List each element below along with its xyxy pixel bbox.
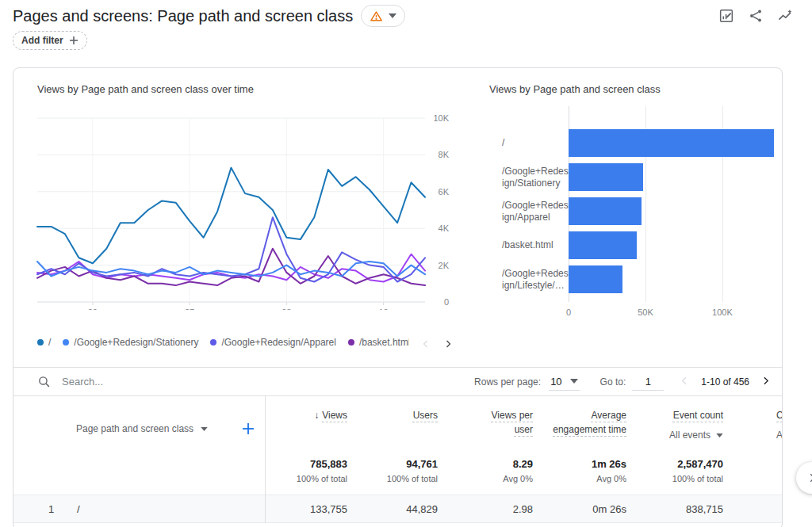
chevron-down-icon bbox=[716, 433, 723, 437]
row-rank: 1 bbox=[48, 503, 77, 515]
bar-track bbox=[569, 228, 783, 262]
bar-chart-title: Views by Page path and screen class bbox=[489, 83, 661, 95]
table-totals-row: 785,883100% of total94,761100% of total8… bbox=[13, 451, 782, 495]
column-filter-label: All events bbox=[669, 428, 710, 442]
table-row[interactable]: 1/133,75544,8292.980m 26s838,715 bbox=[13, 495, 782, 523]
bar-row: /basket.html bbox=[502, 228, 783, 262]
pagination-range: 1-10 of 456 bbox=[701, 376, 749, 388]
chevron-right-icon bbox=[806, 472, 812, 483]
dimension-column-header[interactable]: Page path and screen class bbox=[13, 396, 265, 451]
totals-value: 2,587,470 bbox=[626, 458, 723, 470]
legend-item[interactable]: /basket.html bbox=[348, 337, 409, 348]
bar[interactable] bbox=[569, 231, 637, 259]
page-title: Pages and screens: Page path and screen … bbox=[13, 5, 353, 27]
sort-desc-icon: ↓ bbox=[314, 410, 319, 421]
add-filter-button[interactable]: Add filter bbox=[13, 31, 87, 50]
totals-value: 785,883 bbox=[265, 458, 347, 470]
totals-subtext: 100% of total bbox=[626, 474, 723, 483]
line-chart-legend-items: //Google+Redesign/Stationery/Google+Rede… bbox=[37, 337, 409, 348]
column-header-label: C bbox=[776, 410, 783, 421]
bar[interactable] bbox=[569, 197, 642, 225]
legend-label: /basket.html bbox=[359, 337, 409, 348]
dimension-header-label: Page path and screen class bbox=[76, 423, 193, 434]
bar-row: /Google+Redesign/Lifestyle/… bbox=[502, 262, 783, 296]
column-header-label: Average engagement time bbox=[553, 410, 626, 435]
rows-per-page-value: 10 bbox=[550, 376, 561, 388]
legend-prev-icon bbox=[421, 338, 431, 347]
bar-track bbox=[569, 262, 783, 296]
bar[interactable] bbox=[569, 129, 774, 157]
line-chart-title: Views by Page path and screen class over… bbox=[37, 83, 254, 95]
row-metric-cell: 2.98 bbox=[438, 503, 533, 515]
totals-subtext: 100% of total bbox=[265, 474, 347, 483]
share-icon[interactable] bbox=[748, 8, 764, 24]
search-input[interactable] bbox=[60, 375, 365, 388]
legend-dot bbox=[348, 339, 354, 346]
bar-category-label: / bbox=[502, 137, 569, 149]
column-header[interactable]: ↓Views bbox=[265, 396, 347, 451]
legend-item[interactable]: / bbox=[37, 337, 51, 348]
prev-page-icon bbox=[680, 376, 690, 388]
column-header[interactable]: Users bbox=[347, 396, 438, 451]
data-quality-pill[interactable] bbox=[361, 5, 405, 27]
bar-category-label: /Google+Redesign/Stationery bbox=[502, 166, 569, 189]
add-column-button[interactable] bbox=[241, 422, 255, 436]
totals-cell: 94,761100% of total bbox=[347, 451, 438, 495]
edit-report-icon[interactable] bbox=[718, 8, 734, 24]
rows-per-page-label: Rows per page: bbox=[474, 376, 541, 388]
svg-text:27: 27 bbox=[185, 307, 194, 310]
bar-row: /Google+Redesign/Apparel bbox=[502, 194, 783, 228]
header-actions bbox=[718, 8, 799, 24]
legend-next-icon[interactable] bbox=[443, 338, 453, 347]
legend-pagination bbox=[421, 338, 453, 347]
report-card: Views by Page path and screen class over… bbox=[13, 67, 783, 527]
totals-subtext: Avg 0% bbox=[438, 474, 533, 483]
bar-row: / bbox=[502, 126, 783, 160]
row-metric-cell: 44,829 bbox=[347, 503, 438, 515]
legend-label: /Google+Redesign/Stationery bbox=[74, 337, 198, 348]
totals-subtext: Avg 0% bbox=[533, 474, 626, 483]
column-header[interactable]: Event countAll events bbox=[626, 396, 723, 451]
legend-dot bbox=[37, 339, 44, 346]
bar[interactable] bbox=[569, 163, 643, 191]
totals-cell: 785,883100% of total bbox=[265, 451, 347, 495]
svg-text:6K: 6K bbox=[439, 187, 450, 197]
scroll-right-button[interactable] bbox=[796, 462, 812, 494]
column-header[interactable]: Views per user bbox=[438, 396, 533, 451]
column-filter[interactable]: All events bbox=[626, 428, 723, 442]
column-filter[interactable]: A bbox=[776, 428, 783, 442]
insights-icon[interactable] bbox=[777, 8, 793, 24]
bar-track bbox=[569, 126, 783, 160]
column-header[interactable]: Average engagement time bbox=[533, 396, 626, 451]
totals-subtext: 100% of total bbox=[347, 474, 438, 483]
totals-cell: 1m 26sAvg 0% bbox=[533, 451, 626, 495]
row-metric-cell: 133,755 bbox=[265, 503, 347, 515]
table-section: Rows per page: 10 Go to: 1-10 of 456 bbox=[13, 368, 782, 527]
column-header-label: Views per user bbox=[492, 410, 533, 435]
next-page-icon[interactable] bbox=[760, 376, 771, 388]
bar-chart-rows: //Google+Redesign/Stationery/Google+Rede… bbox=[502, 126, 783, 296]
totals-value: 1m 26s bbox=[533, 458, 626, 470]
totals-cell: 2,587,470100% of total bbox=[626, 451, 723, 495]
svg-text:4K: 4K bbox=[439, 223, 450, 233]
bar-axis-tick-label: 100K bbox=[712, 307, 733, 317]
bar-axis-tick-label: 50K bbox=[638, 307, 653, 317]
bar-axis-tick-label: 0 bbox=[566, 307, 571, 317]
totals-empty-cell bbox=[13, 451, 265, 495]
bar-track bbox=[569, 194, 783, 228]
bar[interactable] bbox=[569, 265, 622, 293]
table-body: 1/133,75544,8292.980m 26s838,715 bbox=[13, 495, 782, 523]
rows-per-page-select[interactable]: 10 bbox=[549, 373, 579, 391]
legend-label: / bbox=[48, 337, 51, 348]
legend-item[interactable]: /Google+Redesign/Apparel bbox=[210, 337, 335, 348]
line-chart-svg[interactable]: 02K4K6K8K10K20Aug2703Sep10 bbox=[13, 100, 477, 310]
search-box bbox=[37, 375, 474, 388]
legend-item[interactable]: /Google+Redesign/Stationery bbox=[63, 337, 198, 348]
column-header[interactable]: CA bbox=[723, 396, 783, 451]
plus-icon bbox=[69, 36, 79, 45]
column-header-label: Event count bbox=[673, 410, 723, 421]
legend-label: /Google+Redesign/Apparel bbox=[221, 337, 335, 348]
svg-text:20: 20 bbox=[88, 307, 98, 310]
goto-page-input[interactable] bbox=[632, 373, 664, 391]
totals-cell: 8.29Avg 0% bbox=[438, 451, 533, 495]
